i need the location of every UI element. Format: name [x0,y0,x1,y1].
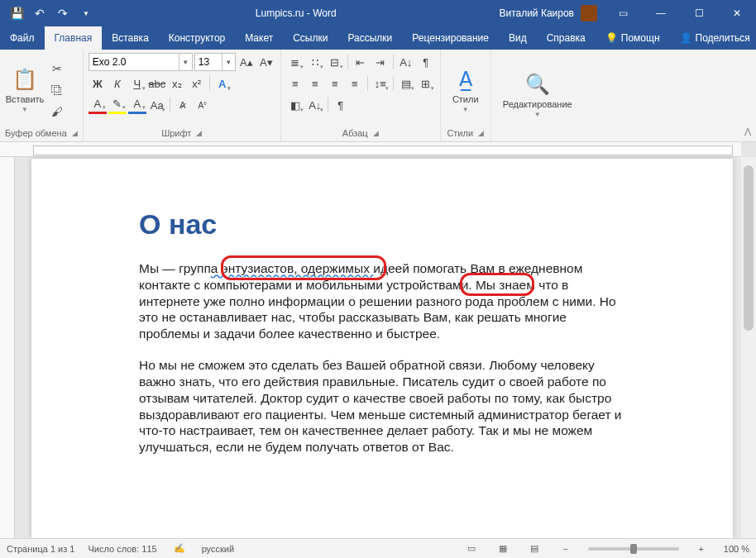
user-name[interactable]: Виталий Каиров [499,7,574,19]
sort-button[interactable]: A↓ [397,53,415,71]
undo-icon[interactable]: ↶ [33,7,46,20]
editing-button[interactable]: 🔍 Редактирование ▼ [496,53,579,136]
styles-dialog-launcher[interactable]: ◢ [478,129,484,137]
vertical-scrollbar[interactable] [741,157,756,538]
redo-icon[interactable]: ↷ [56,7,69,20]
user-avatar-icon[interactable] [581,5,597,21]
zoom-level[interactable]: 100 % [724,544,749,554]
bold-button[interactable]: Ж [89,74,107,93]
tab-file[interactable]: Файл [0,26,45,50]
fill-button[interactable]: ◧▾ [286,96,304,114]
close-button[interactable]: ✕ [718,0,756,26]
strikethrough-button[interactable]: abc [148,74,166,93]
print-layout-button[interactable]: ▦ [494,541,512,556]
phonetic-guide-button[interactable]: A° [194,96,212,114]
tell-me-button[interactable]: 💡Помощн [596,26,670,50]
zoom-slider[interactable] [588,547,679,551]
horizontal-ruler[interactable] [0,142,741,157]
clipboard-dialog-launcher[interactable]: ◢ [72,129,78,137]
autosave-icon[interactable]: 💾 [10,7,23,20]
tab-review[interactable]: Рецензирование [402,26,499,50]
share-button[interactable]: 👤Поделиться [670,26,756,50]
font-size-dropdown[interactable]: ▼ [222,53,236,71]
shading-button[interactable]: ▤▾ [397,74,415,93]
tab-home[interactable]: Главная [45,26,103,50]
spellcheck-icon[interactable]: ✍ [170,541,189,556]
status-word-count[interactable]: Число слов: 115 [88,544,156,554]
scroll-thumb[interactable] [744,165,754,331]
pilcrow-button[interactable]: ¶ [332,96,350,114]
tab-layout[interactable]: Макет [235,26,283,50]
tab-design[interactable]: Конструктор [159,26,235,50]
titlebar: 💾 ↶ ↷ ▼ Lumpics.ru - Word Виталий Каиров… [0,0,756,26]
multilevel-list-button[interactable]: ⊟▾ [326,53,344,71]
group-clipboard: 📋 Вставить ▼ ✂ ⿻ 🖌 Буфер обмена◢ [0,50,84,141]
align-center-button[interactable]: ≡ [306,74,324,93]
grow-font-button[interactable]: A▴ [237,53,256,71]
tab-help[interactable]: Справка [537,26,596,50]
share-icon: 👤 [680,32,692,44]
group-styles: A̲ Стили ▼ Стили◢ [441,50,491,141]
status-language[interactable]: русский [202,544,234,554]
maximize-button[interactable]: ☐ [680,0,718,26]
zoom-thumb[interactable] [630,544,637,554]
shrink-font-button[interactable]: A▾ [257,53,275,71]
font-color2-button[interactable]: A▾ [128,96,146,114]
change-case-button[interactable]: Aa▾ [148,96,166,114]
zoom-in-button[interactable]: + [692,541,711,556]
doc-paragraph-1: Мы — группа энтузиастов, одержимых идеей… [139,260,625,342]
grammar-underline: а энтузиастов, одержимых [211,261,373,275]
lightbulb-icon: 💡 [605,32,618,44]
clipboard-icon: 📋 [12,66,38,93]
styles-icon: A̲ [452,66,479,93]
tab-references[interactable]: Ссылки [283,26,337,50]
decrease-indent-button[interactable]: ⇤ [352,53,370,71]
ribbon-tabs: Файл Главная Вставка Конструктор Макет С… [0,26,756,50]
document-page[interactable]: О нас Мы — группа энтузиастов, одержимых… [31,159,733,538]
vertical-ruler[interactable] [0,157,15,538]
clear-formatting-button[interactable]: A̷ [174,96,192,114]
align-left-button[interactable]: ≡ [286,74,304,93]
zoom-out-button[interactable]: − [557,541,575,556]
text-effects-button[interactable]: A▾ [213,74,232,93]
increase-indent-button[interactable]: ⇥ [371,53,390,71]
italic-button[interactable]: К [108,74,127,93]
highlight-button[interactable]: ✎▾ [108,96,127,114]
web-layout-button[interactable]: ▤ [525,541,543,556]
underline-button[interactable]: Ч▾ [128,74,146,93]
search-icon: 🔍 [524,71,551,98]
minimize-button[interactable]: — [642,0,680,26]
copy-button[interactable]: ⿻ [48,81,66,99]
borders-button[interactable]: ⊞▾ [417,74,435,93]
font-name-dropdown[interactable]: ▼ [179,53,193,71]
font-color-button[interactable]: A▾ [89,96,107,114]
statusbar: Страница 1 из 1 Число слов: 115 ✍ русски… [0,538,756,558]
tab-view[interactable]: Вид [499,26,537,50]
paragraph-dialog-launcher[interactable]: ◢ [373,129,379,137]
superscript-button[interactable]: x² [188,74,206,93]
show-marks-button[interactable]: ¶ [417,53,435,71]
document-area: О нас Мы — группа энтузиастов, одержимых… [0,142,756,538]
numbering-button[interactable]: ∷▾ [306,53,324,71]
para-sort-button[interactable]: A↓▾ [306,96,324,114]
read-mode-button[interactable]: ▭ [462,541,481,556]
bullets-button[interactable]: ≣▾ [286,53,304,71]
qat-customize-icon[interactable]: ▼ [79,7,93,20]
collapse-ribbon-button[interactable]: ᐱ [744,126,751,138]
line-spacing-button[interactable]: ↕≡▾ [371,74,390,93]
subscript-button[interactable]: x₂ [168,74,186,93]
tab-mailings[interactable]: Рассылки [337,26,402,50]
font-dialog-launcher[interactable]: ◢ [196,129,202,137]
align-right-button[interactable]: ≡ [326,74,344,93]
status-page[interactable]: Страница 1 из 1 [7,544,74,554]
format-painter-button[interactable]: 🖌 [48,103,66,121]
cut-button[interactable]: ✂ [48,60,66,78]
font-name-input[interactable] [89,53,179,71]
tab-insert[interactable]: Вставка [102,26,159,50]
styles-button[interactable]: A̲ Стили ▼ [446,53,486,126]
paste-button[interactable]: 📋 Вставить ▼ [5,53,45,126]
chevron-down-icon: ▼ [462,106,469,113]
justify-button[interactable]: ≡ [346,74,364,93]
ribbon-display-options-icon[interactable]: ▭ [604,0,642,26]
font-size-input[interactable] [194,53,222,71]
